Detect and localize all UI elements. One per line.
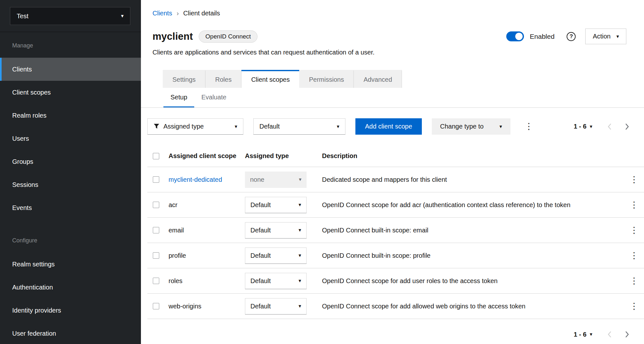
chevron-right-icon: ›	[177, 10, 179, 17]
row-checkbox[interactable]	[153, 202, 159, 208]
assigned-type-value: Default	[250, 303, 271, 310]
tab-bar: Settings Roles Client scopes Permissions…	[163, 70, 644, 88]
change-type-dropdown[interactable]: Change type to ▾	[432, 118, 510, 135]
nav-section-manage: Manage Clients Client scopes Realm roles…	[0, 32, 141, 219]
pagination-next-button[interactable]	[625, 123, 630, 130]
scope-name-link[interactable]: myclient-dedicated	[169, 176, 222, 183]
chevron-down-icon: ▾	[121, 13, 124, 19]
enabled-toggle[interactable]	[506, 31, 524, 41]
header-controls: Enabled ? Action ▾	[506, 29, 626, 44]
sidebar-item-sessions[interactable]: Sessions	[0, 173, 141, 196]
help-icon[interactable]: ?	[567, 32, 576, 41]
pagination-prev-button[interactable]	[607, 123, 612, 130]
chevron-down-icon: ▾	[299, 253, 301, 258]
scope-name: web-origins	[169, 303, 201, 310]
assigned-type-value: Default	[250, 201, 271, 209]
action-dropdown[interactable]: Action ▾	[585, 29, 626, 44]
row-checkbox[interactable]	[153, 252, 159, 259]
realm-selector-area: Test ▾	[0, 0, 141, 32]
filter-icon	[153, 123, 160, 130]
scope-description: OpenID Connect built-in scope: profile	[322, 252, 624, 259]
select-all-checkbox[interactable]	[153, 153, 159, 159]
assigned-type-select[interactable]: Default ▾	[245, 222, 307, 239]
tab-roles[interactable]: Roles	[205, 70, 241, 88]
assigned-type-select[interactable]: Default ▾	[245, 197, 307, 213]
pagination-prev-button[interactable]	[607, 331, 612, 338]
row-checkbox[interactable]	[153, 227, 159, 233]
sidebar-item-identity-providers[interactable]: Identity providers	[0, 299, 141, 322]
chevron-down-icon: ▾	[500, 124, 502, 129]
assigned-type-value: Default	[250, 227, 271, 234]
tab-advanced[interactable]: Advanced	[354, 70, 402, 88]
pagination-next-button[interactable]	[625, 331, 630, 338]
sidebar-item-events[interactable]: Events	[0, 196, 141, 219]
scope-name: acr	[169, 201, 178, 208]
sidebar-item-realm-settings[interactable]: Realm settings	[0, 253, 141, 276]
table-row: acr Default ▾ OpenID Connect scope for a…	[147, 192, 644, 218]
assigned-type-select[interactable]: Default ▾	[245, 273, 307, 289]
protocol-badge: OpenID Connect	[199, 30, 258, 43]
scope-description: OpenID Connect scope for add acr (authen…	[322, 201, 624, 209]
sidebar-item-realm-roles[interactable]: Realm roles	[0, 104, 141, 127]
enabled-label: Enabled	[530, 33, 554, 40]
assigned-type-filter-label: Assigned type	[163, 123, 204, 130]
subtab-setup[interactable]: Setup	[163, 88, 194, 107]
page-header: myclient OpenID Connect Enabled ? Action…	[152, 29, 626, 44]
row-kebab-menu[interactable]: ⋮	[630, 276, 639, 286]
toolbar: Assigned type ▾ Default ▾ Add client sco…	[141, 118, 644, 135]
scope-name: profile	[169, 252, 186, 259]
assigned-type-select[interactable]: Default ▾	[245, 298, 307, 315]
sidebar-item-client-scopes[interactable]: Client scopes	[0, 81, 141, 104]
row-kebab-menu[interactable]: ⋮	[630, 225, 639, 235]
tab-client-scopes[interactable]: Client scopes	[241, 70, 299, 88]
row-kebab-menu[interactable]: ⋮	[630, 175, 639, 184]
toolbar-kebab-menu[interactable]: ⋮	[525, 122, 533, 131]
nav-section-title-manage: Manage	[12, 42, 141, 49]
chevron-down-icon: ▾	[299, 228, 301, 233]
pagination-options-toggle[interactable]: ▾	[590, 124, 592, 129]
tab-permissions[interactable]: Permissions	[299, 70, 354, 88]
subtab-evaluate[interactable]: Evaluate	[194, 88, 233, 107]
row-kebab-menu[interactable]: ⋮	[630, 200, 639, 210]
scope-description: OpenID Connect built-in scope: email	[322, 227, 624, 234]
scope-description: OpenID Connect scope for add allowed web…	[322, 303, 624, 310]
type-value-filter-label: Default	[259, 123, 280, 130]
breadcrumb: Clients › Client details	[141, 0, 644, 17]
breadcrumb-clients-link[interactable]: Clients	[152, 10, 172, 17]
sidebar-item-clients[interactable]: Clients	[0, 58, 141, 81]
sidebar-item-user-federation[interactable]: User federation	[0, 322, 141, 344]
change-type-label: Change type to	[440, 123, 484, 130]
sidebar-item-users[interactable]: Users	[0, 127, 141, 150]
assigned-type-filter-select[interactable]: Assigned type ▾	[147, 118, 243, 135]
page-description: Clients are applications and services th…	[152, 49, 632, 56]
row-kebab-menu[interactable]: ⋮	[630, 301, 639, 311]
table-row: roles Default ▾ OpenID Connect scope for…	[147, 268, 644, 294]
app-root: Test ▾ Manage Clients Client scopes Real…	[0, 0, 644, 344]
tab-settings[interactable]: Settings	[163, 70, 205, 88]
assigned-type-value: Default	[250, 252, 271, 259]
subtab-bar: Setup Evaluate	[141, 88, 644, 108]
add-client-scope-button[interactable]: Add client scope	[355, 118, 422, 135]
table-row: web-origins Default ▾ OpenID Connect sco…	[147, 294, 644, 319]
row-kebab-menu[interactable]: ⋮	[630, 251, 639, 260]
sidebar-item-authentication[interactable]: Authentication	[0, 276, 141, 299]
scope-name: roles	[169, 277, 182, 284]
row-checkbox[interactable]	[153, 303, 159, 309]
row-checkbox[interactable]	[153, 278, 159, 284]
nav-section-configure: Configure Realm settings Authentication …	[0, 227, 141, 344]
pagination-range: 1 - 6	[574, 123, 587, 130]
assigned-type-select[interactable]: Default ▾	[245, 248, 307, 264]
chevron-down-icon: ▾	[235, 124, 237, 129]
chevron-down-icon: ▾	[299, 177, 301, 182]
pagination-options-toggle[interactable]: ▾	[590, 332, 592, 337]
assigned-type-select[interactable]: none ▾	[245, 172, 307, 188]
row-checkbox[interactable]	[153, 176, 159, 183]
type-value-filter-select[interactable]: Default ▾	[253, 118, 345, 135]
page-title: myclient	[152, 31, 193, 42]
pagination-bottom: 1 - 6 ▾	[141, 319, 644, 338]
chevron-down-icon: ▾	[616, 34, 619, 39]
table-header-row: Assigned client scope Assigned type Desc…	[147, 145, 644, 167]
realm-selector[interactable]: Test ▾	[10, 7, 130, 25]
sidebar-item-groups[interactable]: Groups	[0, 150, 141, 173]
pagination-top: 1 - 6 ▾	[574, 123, 630, 130]
